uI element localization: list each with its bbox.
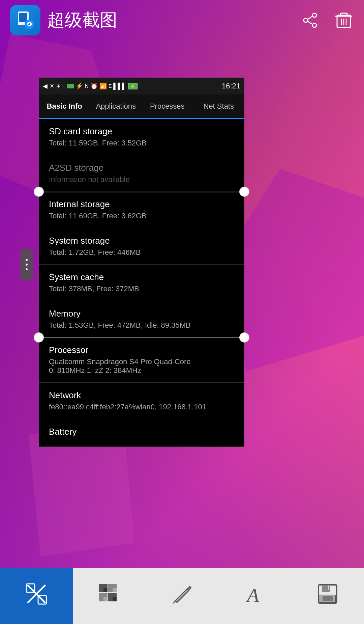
svg-rect-1 (19, 13, 27, 22)
delete-button[interactable] (334, 10, 354, 30)
svg-point-5 (28, 23, 30, 25)
dot-1 (26, 259, 28, 261)
svg-rect-12 (340, 13, 347, 16)
tab-processes[interactable]: Processes (142, 94, 193, 118)
dot-2 (26, 264, 28, 266)
grid-icon: ⊞ (56, 83, 61, 89)
svg-rect-28 (113, 597, 117, 601)
app-logo-icon (10, 5, 40, 35)
app-bar-actions (300, 10, 354, 30)
list-item-battery: Battery (39, 419, 244, 447)
svg-point-6 (312, 13, 316, 17)
wifi-icon: 📶 (99, 82, 107, 90)
mosaic-tool-button[interactable] (73, 568, 146, 624)
draw-tool-button[interactable] (146, 568, 218, 624)
signal-e-icon: E (109, 83, 112, 89)
list-item-system-cache: System cache Total: 378MB, Free: 372MB (39, 265, 244, 301)
tab-applications[interactable]: Applications (90, 94, 142, 118)
crop-tool-button[interactable] (0, 568, 73, 624)
back-icon: ◀ (43, 82, 48, 90)
handle-bottom-left[interactable] (34, 332, 44, 343)
app-bar: 超级截图 (0, 0, 364, 40)
share-button[interactable] (300, 10, 320, 30)
pencil-icon (170, 582, 194, 610)
status-icons: ◀ ☀ ⊞ ≡ ⚡ N ⏰ 📶 E ▌▌▌ ⚡ (43, 82, 220, 90)
app-title: 超级截图 (47, 8, 300, 32)
usb-icon: ⚡ (75, 82, 83, 90)
crop-scissors-icon (25, 582, 48, 610)
signal-bars-icon: ▌▌▌ (113, 83, 126, 90)
status-time: 16:21 (222, 82, 240, 90)
tab-net-stats[interactable]: Net Stats (193, 94, 245, 118)
svg-rect-27 (103, 597, 108, 601)
battery-icon: ⚡ (128, 83, 138, 89)
tabs-bar: Basic Info Applications Processes Net St… (39, 94, 244, 119)
svg-line-10 (308, 21, 312, 24)
tab-basic-info[interactable]: Basic Info (39, 94, 90, 118)
svg-line-29 (174, 601, 175, 603)
bottom-toolbar: A (0, 568, 364, 624)
svg-line-9 (308, 16, 312, 19)
svg-rect-35 (328, 586, 329, 590)
dot-3 (26, 268, 28, 270)
note-icon: ≡ (62, 83, 65, 89)
list-item-network: Network fe80::ea99:c4ff:feb2:27a%wlan0, … (39, 383, 244, 419)
content-area: SD card storage Total: 11.59GB, Free: 3.… (39, 119, 244, 447)
green-rect-icon (67, 84, 74, 88)
handle-top-right[interactable] (239, 187, 249, 197)
svg-text:A: A (246, 584, 259, 606)
selection-bottom-line (39, 337, 244, 337)
mosaic-icon (97, 582, 121, 610)
save-tool-button[interactable] (291, 568, 364, 624)
list-item-sd-card: SD card storage Total: 11.59GB, Free: 3.… (39, 119, 244, 155)
handle-bottom-right[interactable] (239, 332, 249, 343)
side-handle[interactable] (20, 249, 33, 280)
list-item-memory: Memory Total: 1.53GB, Free: 472MB, Idle:… (39, 301, 244, 337)
list-item-internal: Internal storage Total: 11.69GB, Free: 3… (39, 192, 244, 228)
svg-rect-34 (323, 596, 333, 601)
brightness-icon: ☀ (49, 82, 55, 90)
list-item-processor: Processor Qualcomm Snapdragon S4 Pro Qua… (39, 337, 244, 383)
nfc-icon: N (85, 83, 89, 89)
save-icon (316, 582, 339, 610)
handle-top-left[interactable] (34, 187, 44, 197)
text-tool-button[interactable]: A (218, 568, 291, 624)
selection-region: Internal storage Total: 11.69GB, Free: 3… (39, 192, 244, 337)
svg-rect-25 (103, 588, 108, 592)
svg-point-8 (312, 23, 316, 27)
status-bar: ◀ ☀ ⊞ ≡ ⚡ N ⏰ 📶 E ▌▌▌ ⚡ 16:21 (39, 78, 244, 94)
screenshot-card: ◀ ☀ ⊞ ≡ ⚡ N ⏰ 📶 E ▌▌▌ ⚡ 16:21 Basic Info… (39, 78, 244, 447)
alarm-icon: ⏰ (90, 82, 98, 90)
list-item-a2sd: A2SD storage Information not available (39, 155, 244, 192)
svg-point-7 (304, 18, 308, 22)
selection-top-line (39, 192, 244, 192)
text-icon: A (243, 582, 267, 610)
list-item-system-storage: System storage Total: 1.72GB, Free: 446M… (39, 228, 244, 265)
svg-rect-26 (113, 588, 117, 592)
